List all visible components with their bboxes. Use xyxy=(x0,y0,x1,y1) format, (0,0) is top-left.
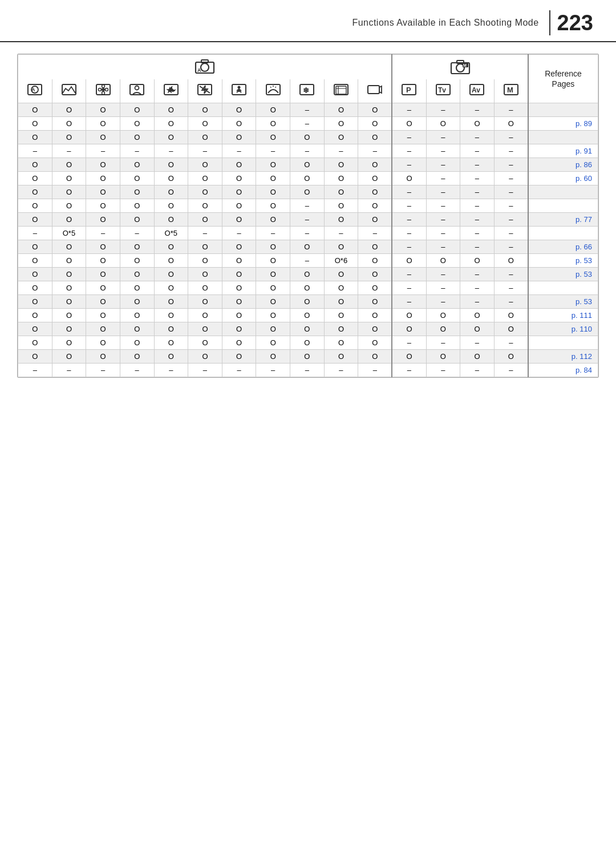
table-cell: O xyxy=(324,103,358,117)
svg-rect-2 xyxy=(201,60,208,63)
svg-point-27 xyxy=(238,86,241,89)
table-cell: O xyxy=(324,240,358,254)
table-cell: O xyxy=(188,117,222,131)
table-cell: O xyxy=(222,350,256,364)
table-cell: O xyxy=(426,309,460,322)
table-cell: O xyxy=(52,199,86,213)
ref-page-cell xyxy=(528,103,598,117)
table-cell: – xyxy=(494,227,528,240)
table-row: OOOOOOOOOOO–––– xyxy=(18,185,598,199)
table-cell: – xyxy=(392,364,426,377)
table-cell: O xyxy=(256,350,290,364)
table-cell: O xyxy=(358,240,392,254)
table-cell: – xyxy=(358,144,392,158)
table-cell: – xyxy=(426,240,460,254)
table-cell: O xyxy=(324,309,358,322)
table-cell: O xyxy=(222,309,256,322)
table-cell: – xyxy=(188,364,222,377)
table-cell: – xyxy=(18,227,52,240)
table-row: OOOOOOOOOOOOOOOp. 112 xyxy=(18,350,598,364)
mode13-icon: Tv xyxy=(435,82,451,98)
table-cell: O xyxy=(324,322,358,336)
table-cell: O xyxy=(120,254,154,268)
ref-page-cell: p. 110 xyxy=(528,322,598,336)
table-cell: O xyxy=(358,281,392,295)
table-cell: – xyxy=(86,144,120,158)
table-cell: O xyxy=(86,213,120,227)
table-cell: O xyxy=(154,254,188,268)
ref-pages-header: ReferencePages xyxy=(528,55,598,103)
table-cell: O xyxy=(358,254,392,268)
ref-page-cell: p. 86 xyxy=(528,158,598,172)
ref-page-cell: p. 53 xyxy=(528,295,598,309)
svg-point-20 xyxy=(135,86,139,90)
table-cell: O xyxy=(256,131,290,144)
table-cell: O xyxy=(18,172,52,185)
table-cell: O xyxy=(460,350,495,364)
table-cell: O xyxy=(392,172,426,185)
table-cell: O xyxy=(188,309,222,322)
mode11-icon xyxy=(367,82,383,98)
table-cell: – xyxy=(460,240,495,254)
table-cell: – xyxy=(290,117,325,131)
table-cell: – xyxy=(460,185,495,199)
ref-page-cell: p. 84 xyxy=(528,364,598,377)
table-cell: – xyxy=(86,364,120,377)
table-cell: O xyxy=(86,185,120,199)
svg-text:M: M xyxy=(463,63,467,67)
table-cell: O xyxy=(324,350,358,364)
table-cell: – xyxy=(494,364,528,377)
table-cell: O xyxy=(86,240,120,254)
table-row: OOOOOOOOOOOOOOOp. 110 xyxy=(18,322,598,336)
table-cell: O xyxy=(18,240,52,254)
table-cell: O xyxy=(52,254,86,268)
table-cell: O xyxy=(18,199,52,213)
table-cell: O xyxy=(120,240,154,254)
table-cell: – xyxy=(426,158,460,172)
table-cell: O xyxy=(358,131,392,144)
table-cell: – xyxy=(460,295,495,309)
table-cell: O xyxy=(358,268,392,281)
table-cell: – xyxy=(290,213,325,227)
table-cell: O xyxy=(392,309,426,322)
table-cell: – xyxy=(392,268,426,281)
table-cell: O xyxy=(188,103,222,117)
table-cell: – xyxy=(154,364,188,377)
table-cell: O xyxy=(188,336,222,350)
auto-mode-icon: A xyxy=(194,58,215,74)
table-cell: O xyxy=(358,103,392,117)
table-cell: – xyxy=(120,144,154,158)
table-cell: O xyxy=(154,185,188,199)
table-cell: O xyxy=(120,281,154,295)
table-cell: O xyxy=(358,172,392,185)
table-cell: O*6 xyxy=(324,254,358,268)
table-cell: O xyxy=(460,322,495,336)
table-cell: O xyxy=(86,172,120,185)
table-cell: O xyxy=(154,268,188,281)
svg-rect-40 xyxy=(336,86,346,94)
table-cell: O xyxy=(188,213,222,227)
table-cell: O xyxy=(358,336,392,350)
mode7-icon xyxy=(231,82,247,98)
table-cell: O xyxy=(120,322,154,336)
table-cell: O xyxy=(222,254,256,268)
svg-line-35 xyxy=(270,87,271,88)
table-cell: O xyxy=(188,240,222,254)
table-cell: – xyxy=(392,240,426,254)
table-cell: O xyxy=(222,185,256,199)
table-cell: – xyxy=(494,240,528,254)
shooting-mode-table: A M ReferencePages xyxy=(18,54,598,377)
table-cell: O xyxy=(324,117,358,131)
table-cell: – xyxy=(426,281,460,295)
ref-page-cell: p. 60 xyxy=(528,172,598,185)
svg-point-17 xyxy=(98,88,101,91)
table-cell: – xyxy=(426,268,460,281)
table-cell: – xyxy=(494,172,528,185)
table-cell: – xyxy=(460,158,495,172)
table-cell: – xyxy=(460,103,495,117)
ref-page-cell: p. 53 xyxy=(528,254,598,268)
svg-line-36 xyxy=(275,87,276,88)
svg-text:Av: Av xyxy=(472,86,480,94)
table-cell: O xyxy=(222,295,256,309)
table-cell: O xyxy=(324,281,358,295)
